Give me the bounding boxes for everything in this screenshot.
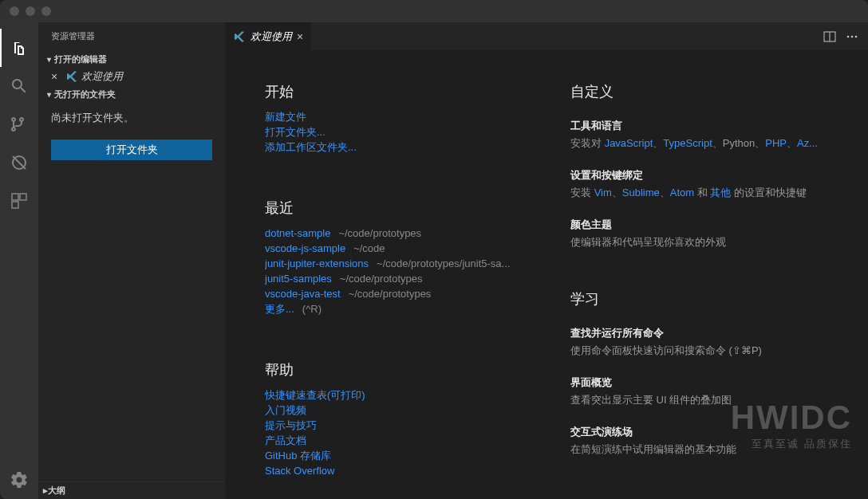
help-link[interactable]: 入门视频 [265, 404, 306, 416]
cmd-title: 查找并运行所有命令 [570, 326, 828, 340]
keymap-other-link[interactable]: 其他 [710, 187, 731, 198]
files-icon [10, 38, 30, 57]
extensions-icon [10, 191, 29, 210]
open-editors-header[interactable]: ▾ 打开的编辑器 [38, 50, 225, 68]
activity-bar [0, 22, 38, 499]
help-link[interactable]: GitHub 存储库 [265, 450, 331, 462]
svg-point-7 [847, 35, 850, 37]
help-link[interactable]: Stack Overflow [265, 465, 334, 477]
recent-item-link[interactable]: vscode-js-sample [265, 242, 345, 254]
more-recent-link[interactable]: 更多... [265, 303, 294, 315]
vscode-file-icon [233, 30, 246, 43]
close-icon[interactable]: × [297, 30, 303, 43]
lang-link[interactable]: Az... [797, 137, 818, 149]
learn-heading: 学习 [570, 289, 828, 308]
new-file-link[interactable]: 新建文件 [265, 111, 306, 123]
start-heading: 开始 [265, 82, 523, 101]
search-icon [10, 77, 29, 96]
help-link[interactable]: 提示与技巧 [265, 419, 317, 431]
tab-bar: 欢迎使用 × [225, 22, 868, 50]
more-actions-icon[interactable] [846, 30, 858, 43]
chevron-down-icon: ▾ [43, 55, 54, 64]
recent-item-link[interactable]: junit5-samples [265, 273, 332, 285]
no-folder-text: 尚未打开文件夹。 [38, 103, 225, 133]
lang-text: Python [723, 137, 755, 149]
lang-link[interactable]: PHP [765, 137, 787, 149]
recent-item-link[interactable]: dotnet-sample [265, 227, 330, 239]
no-folder-label: 无打开的文件夹 [54, 88, 116, 100]
keymap-link[interactable]: Atom [670, 187, 694, 198]
play-desc: 在简短演练中试用编辑器的基本功能 [570, 442, 828, 457]
chevron-down-icon: ▾ [43, 90, 54, 99]
tools-desc: 安装对 JavaScript、TypeScript、Python、PHP、Az.… [570, 136, 828, 151]
svg-point-8 [851, 35, 854, 37]
source-control-icon [10, 115, 29, 134]
minimize-window-icon[interactable] [26, 6, 35, 16]
theme-title: 颜色主题 [570, 218, 828, 232]
play-title: 交互式演练场 [570, 425, 828, 439]
more-shortcut: (^R) [302, 303, 322, 315]
recent-item-path: ~/code [353, 242, 385, 254]
recent-item-link[interactable]: vscode-java-test [265, 288, 341, 300]
sidebar-explorer: 资源管理器 ▾ 打开的编辑器 × 欢迎使用 ▾ 无打开的文件夹 尚未打开文件夹。… [38, 22, 225, 499]
debug-icon [10, 153, 29, 172]
welcome-page: 开始 新建文件 打开文件夹... 添加工作区文件夹... 最近 dotnet-s… [225, 50, 868, 499]
activity-explorer[interactable] [0, 29, 38, 67]
recent-item-path: ~/code/prototypes [340, 273, 423, 285]
help-heading: 帮助 [265, 360, 523, 379]
ui-title: 界面概览 [570, 375, 828, 390]
titlebar[interactable] [0, 0, 868, 22]
recent-item-path: ~/code/prototypes [338, 227, 421, 239]
open-folder-button[interactable]: 打开文件夹 [51, 139, 212, 160]
no-folder-header[interactable]: ▾ 无打开的文件夹 [38, 85, 225, 103]
app-body: 资源管理器 ▾ 打开的编辑器 × 欢迎使用 ▾ 无打开的文件夹 尚未打开文件夹。… [0, 22, 868, 499]
activity-settings[interactable] [0, 461, 38, 499]
lang-link[interactable]: TypeScript [663, 137, 712, 149]
maximize-window-icon[interactable] [41, 6, 51, 16]
sidebar-title: 资源管理器 [38, 22, 225, 50]
activity-debug[interactable] [0, 143, 38, 182]
theme-desc: 使编辑器和代码呈现你喜欢的外观 [570, 235, 828, 250]
recent-item-path: ~/code/prototypes [349, 288, 432, 300]
recent-item-link[interactable]: junit-jupiter-extensions [265, 257, 369, 269]
ui-desc: 查看突出显示主要 UI 组件的叠加图 [570, 393, 828, 407]
outline-label: 大纲 [48, 485, 65, 497]
open-editors-label: 打开的编辑器 [54, 53, 107, 65]
open-editor-item[interactable]: × 欢迎使用 [38, 68, 225, 85]
open-editor-label: 欢迎使用 [81, 69, 123, 84]
tools-title: 工具和语言 [570, 119, 828, 133]
open-folder-link[interactable]: 打开文件夹... [265, 126, 326, 138]
keymap-link[interactable]: Sublime [622, 187, 660, 198]
tab-label: 欢迎使用 [251, 29, 292, 44]
add-workspace-link[interactable]: 添加工作区文件夹... [265, 141, 357, 153]
outline-header[interactable]: ▸ 大纲 [38, 481, 225, 499]
recent-heading: 最近 [265, 198, 523, 218]
help-link[interactable]: 产品文档 [265, 434, 306, 446]
keybindings-title: 设置和按键绑定 [570, 168, 828, 183]
svg-point-9 [855, 35, 858, 37]
editor-area: 欢迎使用 × 开始 新建文件 [225, 22, 868, 499]
gear-icon [10, 470, 29, 489]
recent-item-path: ~/code/prototypes/junit5-sa... [377, 257, 510, 269]
keymap-link[interactable]: Vim [594, 187, 612, 198]
recent-list: dotnet-sample~/code/prototypes vscode-js… [265, 226, 523, 316]
lang-link[interactable]: JavaScript [605, 137, 653, 149]
activity-search[interactable] [0, 67, 38, 105]
help-link[interactable]: 快捷键速查表(可打印) [265, 389, 365, 401]
activity-scm[interactable] [0, 105, 38, 143]
welcome-left-column: 开始 新建文件 打开文件夹... 添加工作区文件夹... 最近 dotnet-s… [265, 82, 523, 483]
cmd-desc: 使用命令面板快速访问和搜索命令 (⇧⌘P) [570, 344, 828, 358]
vscode-file-icon [65, 70, 78, 83]
customize-heading: 自定义 [570, 82, 828, 101]
tab-welcome[interactable]: 欢迎使用 × [225, 22, 311, 50]
close-window-icon[interactable] [10, 6, 19, 16]
split-editor-icon[interactable] [823, 30, 836, 43]
welcome-right-column: 自定义 工具和语言 安装对 JavaScript、TypeScript、Pyth… [570, 82, 828, 483]
keybindings-desc: 安装 Vim、Sublime、Atom 和 其他 的设置和快捷键 [570, 186, 828, 200]
app-window: 资源管理器 ▾ 打开的编辑器 × 欢迎使用 ▾ 无打开的文件夹 尚未打开文件夹。… [0, 0, 868, 499]
activity-extensions[interactable] [0, 182, 38, 220]
close-icon[interactable]: × [51, 70, 62, 83]
